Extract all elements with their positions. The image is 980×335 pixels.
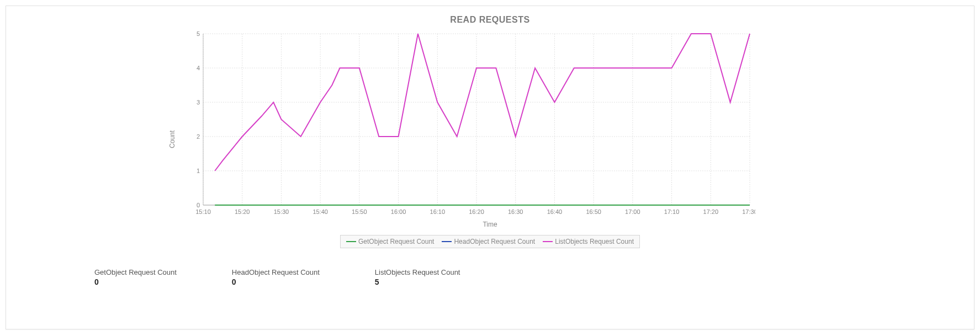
chart-legend: GetObject Request Count HeadObject Reque… — [340, 235, 640, 248]
legend-swatch-icon — [442, 241, 452, 243]
svg-text:1: 1 — [196, 168, 199, 174]
svg-text:16:50: 16:50 — [586, 208, 601, 215]
legend-label: HeadObject Request Count — [454, 238, 535, 245]
svg-text:17:00: 17:00 — [625, 208, 640, 215]
svg-text:15:40: 15:40 — [312, 208, 328, 215]
stat-label: GetObject Request Count — [94, 268, 177, 276]
svg-text:17:20: 17:20 — [703, 208, 718, 215]
legend-item-headobject[interactable]: HeadObject Request Count — [442, 238, 535, 245]
svg-text:15:20: 15:20 — [234, 208, 250, 215]
svg-text:16:20: 16:20 — [469, 208, 484, 215]
stat-value: 0 — [94, 278, 177, 286]
svg-text:16:30: 16:30 — [507, 208, 523, 215]
svg-text:5: 5 — [196, 30, 199, 37]
stat-value: 5 — [375, 278, 460, 286]
line-chart-svg: 01234515:1015:2015:3015:4015:5016:0016:1… — [187, 30, 755, 218]
svg-text:17:10: 17:10 — [664, 208, 679, 215]
x-axis-label: Time — [187, 221, 794, 228]
legend-swatch-icon — [346, 241, 356, 243]
svg-text:2: 2 — [196, 133, 199, 140]
read-requests-panel: READ REQUESTS Count 01234515:1015:2015:3… — [6, 6, 974, 329]
chart-title: READ REQUESTS — [17, 15, 963, 25]
svg-text:0: 0 — [196, 202, 199, 208]
legend-label: ListObjects Request Count — [555, 238, 634, 245]
svg-text:15:50: 15:50 — [352, 208, 367, 215]
svg-text:16:10: 16:10 — [430, 208, 445, 215]
stat-getobject: GetObject Request Count 0 — [94, 268, 177, 286]
legend-item-listobjects[interactable]: ListObjects Request Count — [543, 238, 634, 245]
legend-swatch-icon — [543, 241, 553, 243]
svg-text:3: 3 — [196, 99, 199, 106]
svg-text:15:10: 15:10 — [195, 208, 211, 215]
y-axis-label: Count — [168, 130, 176, 148]
svg-text:16:40: 16:40 — [547, 208, 562, 215]
stat-listobjects: ListObjects Request Count 5 — [375, 268, 460, 286]
stat-label: HeadObject Request Count — [232, 268, 320, 276]
legend-item-getobject[interactable]: GetObject Request Count — [346, 238, 434, 245]
legend-label: GetObject Request Count — [358, 238, 434, 245]
stat-headobject: HeadObject Request Count 0 — [232, 268, 320, 286]
stat-value: 0 — [232, 278, 320, 286]
svg-text:17:30: 17:30 — [742, 208, 755, 215]
stat-label: ListObjects Request Count — [375, 268, 460, 276]
svg-text:15:30: 15:30 — [273, 208, 289, 215]
stats-row: GetObject Request Count 0 HeadObject Req… — [94, 268, 963, 286]
svg-text:16:00: 16:00 — [390, 208, 406, 215]
chart-area: Count 01234515:1015:2015:3015:4015:5016:… — [187, 30, 794, 248]
svg-text:4: 4 — [196, 65, 199, 71]
